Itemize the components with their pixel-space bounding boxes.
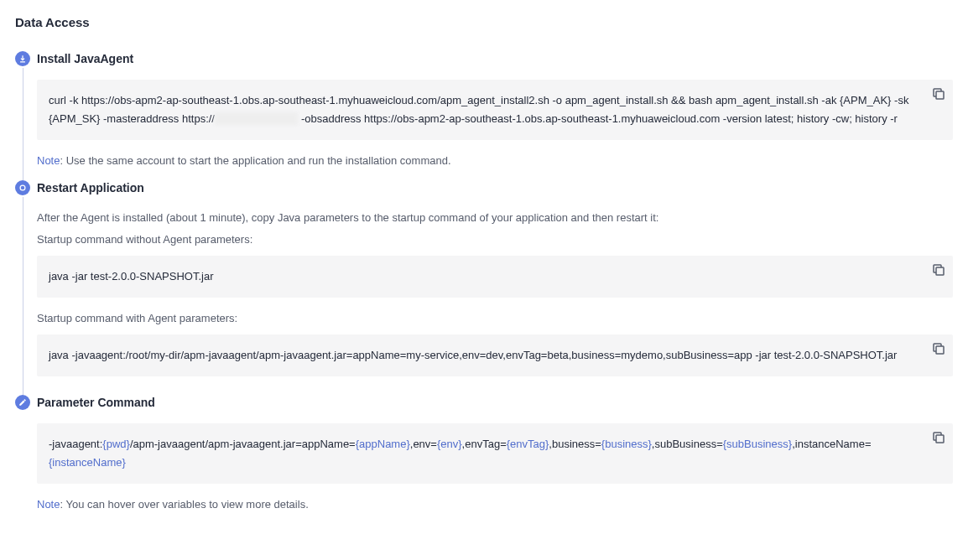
note-text: : You can hover over variables to view m… [60,498,308,511]
step-restart-application: Restart Application After the Agent is i… [15,180,953,395]
redacted-text: xxx.xxx.xxx.xxxx [215,112,298,125]
restart-intro: After the Agent is installed (about 1 mi… [37,209,953,227]
startup-with-text: java -javaagent:/root/my-dir/apm-javaage… [49,349,897,361]
svg-rect-0 [936,91,944,99]
page-title: Data Access [15,15,953,29]
startup-without-block: java -jar test-2.0.0-SNAPSHOT.jar [37,256,953,298]
parameter-command-text: -javaagent:{pwd}/apm-javaagent/apm-javaa… [49,438,872,469]
refresh-icon [15,180,30,195]
copy-icon[interactable] [931,430,946,445]
edit-icon [15,395,30,410]
parameter-variable[interactable]: {business} [601,438,652,450]
step-title: Restart Application [37,180,953,195]
startup-with-block: java -javaagent:/root/my-dir/apm-javaage… [37,334,953,376]
copy-icon[interactable] [931,86,946,101]
parameter-variable[interactable]: {subBusiness} [723,438,792,450]
svg-rect-5 [936,435,944,443]
parameter-note: Note: You can hover over variables to vi… [37,495,953,514]
startup-without-label: Startup command without Agent parameters… [37,231,953,249]
steps-container: Install JavaAgent curl -k https://obs-ap… [15,51,953,524]
parameter-variable[interactable]: {envTag} [507,438,549,450]
parameter-variable[interactable]: {env} [437,438,462,450]
parameter-command-block: -javaagent:{pwd}/apm-javaagent/apm-javaa… [37,423,953,484]
svg-rect-4 [936,346,944,354]
step-title: Install JavaAgent [37,51,953,66]
install-command-block: curl -k https://obs-apm2-ap-southeast-1.… [37,80,953,140]
step-parameter-command: Parameter Command -javaagent:{pwd}/apm-j… [15,395,953,524]
copy-icon[interactable] [931,341,946,356]
step-install-javaagent: Install JavaAgent curl -k https://obs-ap… [15,51,953,180]
install-command-text: curl -k https://obs-apm2-ap-southeast-1.… [49,94,908,125]
svg-rect-3 [936,267,944,275]
install-note: Note: Use the same account to start the … [37,152,953,170]
parameter-variable[interactable]: {instanceName} [49,456,126,469]
note-label: Note [37,154,60,167]
step-title: Parameter Command [37,395,953,410]
copy-icon[interactable] [931,262,946,277]
parameter-variable[interactable]: {pwd} [102,438,130,450]
startup-without-text: java -jar test-2.0.0-SNAPSHOT.jar [49,270,214,283]
parameter-variable[interactable]: {appName} [356,438,410,450]
svg-point-2 [22,187,23,189]
note-text: : Use the same account to start the appl… [60,154,450,167]
download-icon [15,51,30,66]
startup-with-label: Startup command with Agent parameters: [37,309,953,328]
note-label: Note [37,498,60,511]
